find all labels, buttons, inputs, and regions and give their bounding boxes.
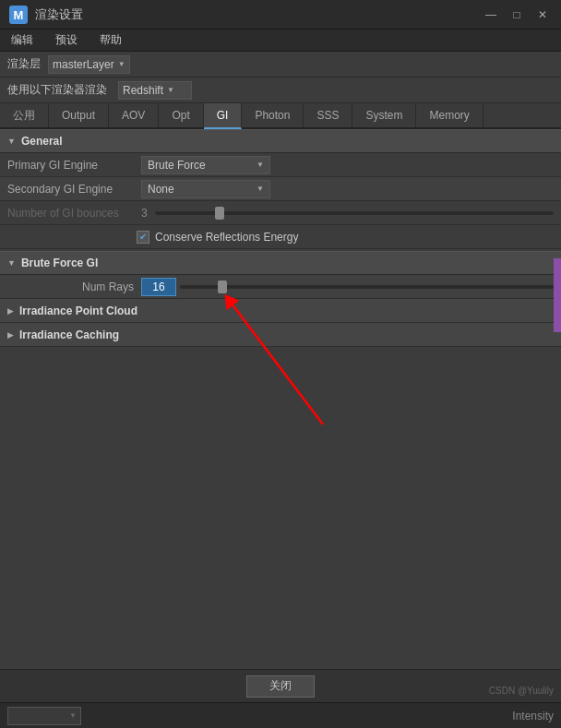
irradiance-pc-arrow: ▶	[7, 306, 14, 316]
num-rays-row: Num Rays 16	[0, 275, 561, 299]
irradiance-caching-arrow: ▶	[7, 330, 14, 340]
layer-row: 渲染层 masterLayer	[0, 52, 561, 78]
watermark: CSDN @Yuulily	[489, 686, 554, 696]
status-select-left[interactable]: ▼	[7, 707, 81, 725]
num-bounces-label: Number of GI bounces	[7, 207, 141, 220]
menu-edit[interactable]: 编辑	[7, 30, 37, 50]
conserve-row: ✔ Conserve Reflections Energy	[0, 225, 561, 249]
tabbar: 公用 Output AOV Opt GI Photon SSS System M…	[0, 103, 561, 129]
menu-help[interactable]: 帮助	[96, 30, 125, 50]
num-rays-label: Num Rays	[7, 280, 141, 293]
tab-gong[interactable]: 公用	[0, 103, 49, 127]
conserve-checkbox[interactable]: ✔	[137, 231, 149, 244]
menu-preset[interactable]: 预设	[52, 30, 81, 50]
tab-memory[interactable]: Memory	[416, 103, 483, 127]
primary-gi-value: Brute Force	[148, 159, 206, 172]
secondary-gi-value: None	[148, 183, 174, 196]
irradiance-caching-label: Irradiance Caching	[19, 328, 119, 341]
num-rays-value: 16	[152, 280, 164, 293]
tab-opt[interactable]: Opt	[159, 103, 203, 127]
num-bounces-control: 3	[141, 207, 554, 220]
close-button[interactable]: ✕	[533, 6, 552, 24]
intensity-label: Intensity	[512, 710, 554, 722]
minimize-button[interactable]: —	[482, 6, 500, 24]
secondary-gi-dropdown[interactable]: None	[141, 180, 270, 198]
menubar: 编辑 预设 帮助	[0, 30, 561, 52]
tab-sss[interactable]: SSS	[304, 103, 352, 127]
statusbar: ▼ Intensity	[0, 702, 561, 728]
app-logo: M	[9, 6, 28, 24]
primary-gi-control: Brute Force	[141, 156, 554, 174]
tab-aov[interactable]: AOV	[109, 103, 159, 127]
layer-value: masterLayer	[53, 58, 114, 71]
secondary-gi-control: None	[141, 180, 554, 198]
primary-gi-label: Primary GI Engine	[7, 159, 141, 172]
tab-gi[interactable]: GI	[204, 103, 243, 129]
num-rays-control: 16	[141, 278, 554, 296]
irradiance-caching-row[interactable]: ▶ Irradiance Caching	[0, 323, 561, 347]
renderer-label: 使用以下渲染器渲染	[7, 82, 107, 98]
num-bounces-row: Number of GI bounces 3	[0, 201, 561, 225]
titlebar: M 渲染设置 — □ ✕	[0, 0, 561, 30]
svg-text:M: M	[14, 8, 24, 22]
window-controls: — □ ✕	[482, 6, 552, 24]
general-label: General	[21, 135, 63, 148]
irradiance-point-cloud-row[interactable]: ▶ Irradiance Point Cloud	[0, 299, 561, 323]
purple-decoration	[554, 258, 561, 332]
renderer-select[interactable]: Redshift	[118, 81, 192, 100]
primary-gi-row: Primary GI Engine Brute Force	[0, 153, 561, 177]
num-bounces-value: 3	[141, 207, 148, 220]
tab-photon[interactable]: Photon	[242, 103, 304, 127]
conserve-label: Conserve Reflections Energy	[155, 231, 298, 244]
bottom-bar: 关闭	[0, 669, 561, 702]
general-section-header[interactable]: ▼ General	[0, 129, 561, 153]
maximize-button[interactable]: □	[507, 6, 526, 24]
num-rays-input[interactable]: 16	[141, 278, 176, 296]
brute-force-label: Brute Force GI	[21, 257, 98, 269]
brute-force-section-header[interactable]: ▼ Brute Force GI	[0, 251, 561, 275]
layer-label: 渲染层	[7, 56, 41, 72]
renderer-value: Redshift	[123, 84, 163, 97]
close-button[interactable]: 关闭	[246, 675, 315, 698]
brute-force-arrow: ▼	[7, 258, 16, 268]
tab-system[interactable]: System	[352, 103, 416, 127]
content-area: ▼ General Primary GI Engine Brute Force …	[0, 129, 561, 412]
num-rays-slider[interactable]	[180, 285, 554, 289]
renderer-row: 使用以下渲染器渲染 Redshift	[0, 78, 561, 103]
tab-output[interactable]: Output	[49, 103, 109, 127]
num-bounces-slider[interactable]	[155, 211, 554, 215]
num-rays-thumb[interactable]	[218, 280, 227, 293]
window-title: 渲染设置	[35, 6, 482, 23]
num-bounces-thumb[interactable]	[215, 207, 224, 220]
general-arrow: ▼	[7, 137, 16, 146]
primary-gi-dropdown[interactable]: Brute Force	[141, 156, 270, 174]
irradiance-pc-label: Irradiance Point Cloud	[19, 304, 137, 317]
layer-select[interactable]: masterLayer	[48, 55, 130, 74]
secondary-gi-row: Secondary GI Engine None	[0, 177, 561, 201]
secondary-gi-label: Secondary GI Engine	[7, 183, 141, 196]
